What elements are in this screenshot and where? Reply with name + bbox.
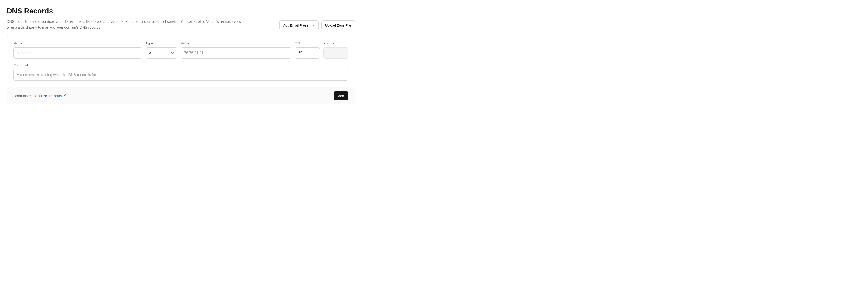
comment-input[interactable] xyxy=(13,69,348,80)
external-link-icon xyxy=(63,94,66,98)
page-title: DNS Records xyxy=(7,7,270,15)
value-input[interactable] xyxy=(181,47,291,59)
comment-label: Comment xyxy=(13,63,348,67)
ttl-label: TTL xyxy=(295,41,320,45)
add-button[interactable]: Add xyxy=(334,91,348,100)
add-email-preset-button[interactable]: Add Email Preset xyxy=(279,20,319,30)
type-label: Type xyxy=(146,41,177,45)
dns-form-card: Name Type A Value T xyxy=(7,36,355,104)
chevron-down-icon xyxy=(311,24,315,27)
add-button-label: Add xyxy=(338,94,344,98)
upload-zone-file-label: Upload Zone File xyxy=(325,24,351,27)
footer-text: Learn more about DNS Records xyxy=(13,94,66,98)
upload-zone-file-button[interactable]: Upload Zone File xyxy=(321,20,355,30)
value-label: Value xyxy=(181,41,291,45)
ttl-input[interactable] xyxy=(295,47,320,59)
svg-line-0 xyxy=(64,95,66,96)
name-label: Name xyxy=(13,41,142,45)
dns-records-link[interactable]: DNS Records xyxy=(41,94,66,98)
name-input[interactable] xyxy=(13,47,142,59)
page-description: DNS records point to services your domai… xyxy=(7,19,244,30)
priority-label: Priority xyxy=(323,41,348,45)
priority-input xyxy=(323,47,348,59)
dns-records-link-text: DNS Records xyxy=(41,94,62,98)
add-email-preset-label: Add Email Preset xyxy=(283,24,309,27)
footer-prefix: Learn more about xyxy=(13,94,41,98)
type-select[interactable]: A xyxy=(146,47,177,59)
